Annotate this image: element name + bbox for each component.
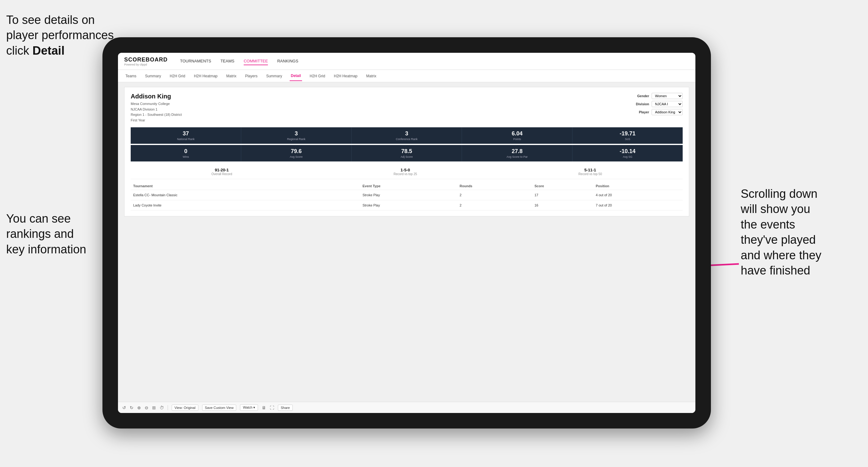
expand-icon[interactable]: ⛶: [270, 405, 274, 410]
record-cell: 91-20-1Overall Record: [211, 168, 232, 176]
division-select[interactable]: NJCAA I: [652, 101, 683, 107]
player-select[interactable]: Addison King: [652, 109, 683, 115]
table-cell: Stroke Play: [360, 200, 457, 211]
record-cell: 5-11-1Record vs top 50: [578, 168, 602, 176]
table-cell: Estella CC- Mountain Classic: [131, 190, 339, 200]
player-detail-panel: Addison King Mesa Community College NJCA…: [124, 87, 689, 216]
nav-committee[interactable]: COMMITTEE: [244, 57, 268, 65]
player-name: Addison King: [131, 93, 182, 100]
bottom-toolbar: ↺ ↻ ⊕ ⊖ ⊞ ⏱ View: Original Save Custom V…: [118, 402, 695, 413]
zoom-out-icon[interactable]: ⊖: [145, 405, 148, 410]
subnav-h2h-heatmap[interactable]: H2H Heatmap: [193, 71, 219, 81]
table-cell: 2: [457, 200, 532, 211]
table-header: [339, 182, 360, 190]
tablet-frame: SCOREBOARD Powered by clippd TOURNAMENTS…: [102, 37, 711, 429]
table-header: Position: [593, 182, 683, 190]
undo-icon[interactable]: ↺: [122, 405, 126, 410]
subnav-matrix[interactable]: Matrix: [225, 71, 238, 81]
sub-nav: Teams Summary H2H Grid H2H Heatmap Matri…: [118, 70, 695, 82]
stat-cell: 37National Rank: [131, 127, 241, 144]
record-cell: 1-5-0Record vs top 25: [394, 168, 417, 176]
watch-button[interactable]: Watch ▾: [240, 404, 258, 411]
tournament-table: TournamentEvent TypeRoundsScorePositionE…: [131, 182, 683, 211]
tablet-screen: SCOREBOARD Powered by clippd TOURNAMENTS…: [118, 53, 695, 413]
player-college: Mesa Community College: [131, 101, 182, 107]
nav-tournaments[interactable]: TOURNAMENTS: [180, 57, 211, 65]
stat-cell: -19.71SoS: [572, 127, 683, 144]
share-button[interactable]: Share: [278, 405, 292, 411]
subnav-h2h-grid2[interactable]: H2H Grid: [308, 71, 326, 81]
table-cell: 4 out of 20: [593, 190, 683, 200]
player-year: First Year: [131, 118, 182, 123]
stat-cell: -10.14Avg SG: [572, 145, 683, 161]
subnav-teams[interactable]: Teams: [124, 71, 137, 81]
nav-teams[interactable]: TEAMS: [220, 57, 235, 65]
logo: SCOREBOARD Powered by clippd: [124, 57, 168, 66]
monitor-icon[interactable]: 🖥: [262, 405, 266, 410]
subnav-summary[interactable]: Summary: [144, 71, 162, 81]
subnav-detail[interactable]: Detail: [290, 71, 302, 81]
table-row: Estella CC- Mountain ClassicStroke Play2…: [131, 190, 683, 200]
division-filter: Division NJCAA I: [633, 101, 683, 107]
annotation-bottom-left: You can see rankings and key information: [6, 211, 86, 257]
table-header: Event Type: [360, 182, 457, 190]
player-division: NJCAA Division 1: [131, 107, 182, 113]
subnav-summary2[interactable]: Summary: [265, 71, 283, 81]
main-nav: TOURNAMENTS TEAMS COMMITTEE RANKINGS: [180, 57, 298, 65]
top-nav: SCOREBOARD Powered by clippd TOURNAMENTS…: [118, 53, 695, 70]
redo-icon[interactable]: ↻: [130, 405, 133, 410]
stats-row-1: 37National Rank3Regional Rank3Conference…: [131, 127, 683, 144]
table-header: Rounds: [457, 182, 532, 190]
nav-rankings[interactable]: RANKINGS: [277, 57, 298, 65]
stat-cell: 6.04Points: [462, 127, 572, 144]
player-region: Region 1 - Southwest (18) District: [131, 112, 182, 118]
stats-row-2: 0Wins79.6Avg Score78.5Adj Score27.8Avg S…: [131, 145, 683, 161]
player-filter: Player Addison King: [633, 109, 683, 115]
player-label: Player: [633, 110, 649, 114]
stat-cell: 78.5Adj Score: [352, 145, 462, 161]
view-original-button[interactable]: View: Original: [172, 405, 198, 411]
division-label: Division: [633, 102, 649, 106]
subnav-h2h-grid[interactable]: H2H Grid: [168, 71, 187, 81]
stat-cell: 79.6Avg Score: [241, 145, 352, 161]
subnav-matrix2[interactable]: Matrix: [365, 71, 378, 81]
stat-cell: 3Regional Rank: [241, 127, 352, 144]
table-cell: [339, 190, 360, 200]
table-cell: 16: [532, 200, 593, 211]
table-cell: Stroke Play: [360, 190, 457, 200]
gender-filter: Gender Women: [633, 93, 683, 99]
stat-cell: 0Wins: [131, 145, 241, 161]
gender-select[interactable]: Women: [652, 93, 683, 99]
zoom-in-icon[interactable]: ⊕: [137, 405, 141, 410]
table-cell: Lady Coyote Invite: [131, 200, 339, 211]
gender-label: Gender: [633, 94, 649, 98]
main-content: Addison King Mesa Community College NJCA…: [118, 82, 695, 402]
table-cell: [339, 200, 360, 211]
table-cell: 2: [457, 190, 532, 200]
subnav-players[interactable]: Players: [244, 71, 258, 81]
stat-cell: 3Conference Rank: [352, 127, 462, 144]
logo-subtitle: Powered by clippd: [124, 63, 168, 66]
save-custom-view-button[interactable]: Save Custom View: [202, 405, 237, 411]
records-row: 91-20-1Overall Record1-5-0Record vs top …: [131, 164, 683, 179]
table-cell: 7 out of 20: [593, 200, 683, 211]
player-filters: Gender Women Division NJCAA I: [633, 93, 683, 115]
player-info: Addison King Mesa Community College NJCA…: [131, 93, 182, 123]
player-header: Addison King Mesa Community College NJCA…: [131, 93, 683, 123]
table-header: Tournament: [131, 182, 339, 190]
logo-title: SCOREBOARD: [124, 57, 168, 63]
stat-cell: 27.8Avg Score to Par: [462, 145, 572, 161]
table-row: Lady Coyote InviteStroke Play2167 out of…: [131, 200, 683, 211]
table-header: Score: [532, 182, 593, 190]
subnav-h2h-heatmap2[interactable]: H2H Heatmap: [333, 71, 359, 81]
annotation-right: Scrolling down will show you the events …: [741, 186, 859, 278]
table-cell: 17: [532, 190, 593, 200]
layout-icon[interactable]: ⊞: [152, 405, 156, 410]
annotation-top-left: To see details on player performances cl…: [6, 12, 114, 58]
timer-icon[interactable]: ⏱: [160, 405, 164, 410]
